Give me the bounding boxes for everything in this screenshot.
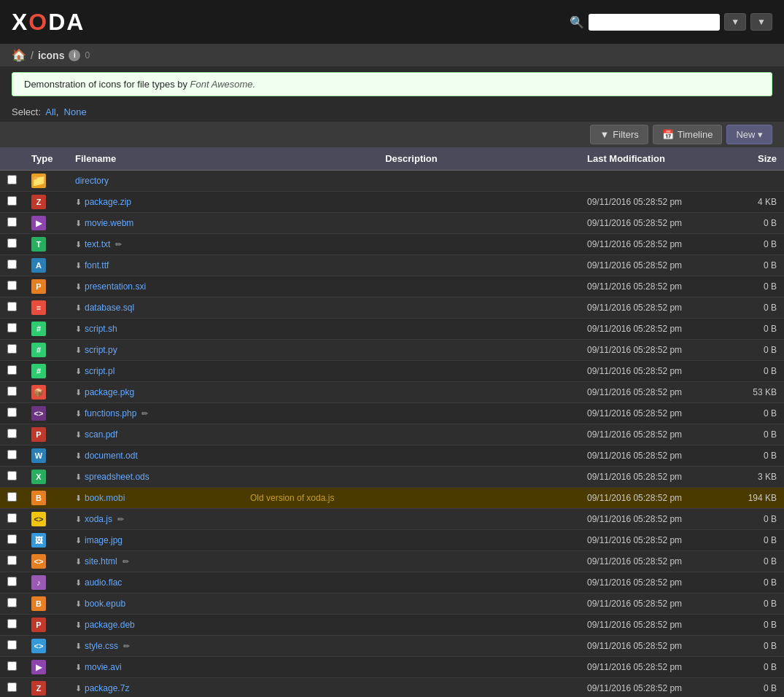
col-size[interactable]: Size: [726, 147, 784, 171]
row-checkbox-cell: [0, 551, 24, 572]
row-checkbox[interactable]: [7, 196, 17, 206]
filename-link[interactable]: presentation.sxi: [85, 281, 146, 292]
filename-link[interactable]: xoda.js: [85, 514, 112, 524]
user-menu-button[interactable]: ▼: [750, 13, 772, 31]
edit-icon[interactable]: ✏: [120, 557, 129, 566]
row-checkbox[interactable]: [7, 577, 17, 586]
row-filename-cell: ⬇font.ttf: [68, 255, 243, 276]
row-size-cell: 0 B: [726, 361, 784, 382]
file-type-icon: Z: [31, 195, 46, 209]
row-checkbox[interactable]: [7, 682, 17, 692]
filename-link[interactable]: script.pl: [85, 366, 115, 376]
filename-link[interactable]: package.pkg: [85, 387, 134, 397]
row-checkbox[interactable]: [7, 450, 17, 459]
table-row: #⬇script.pl09/11/2016 05:28:52 pm0 B: [0, 361, 784, 382]
filename-link[interactable]: database.sql: [85, 303, 134, 313]
row-checkbox[interactable]: [7, 217, 17, 227]
col-description[interactable]: Description: [243, 147, 580, 171]
row-checkbox[interactable]: [7, 408, 17, 417]
filename-link[interactable]: site.html: [85, 556, 117, 566]
row-checkbox[interactable]: [7, 513, 17, 523]
row-filename-cell: ⬇xoda.js ✏: [68, 509, 243, 530]
filename-link[interactable]: package.deb: [85, 620, 135, 630]
row-checkbox[interactable]: [7, 344, 17, 354]
demo-link[interactable]: Font Awesome.: [190, 79, 256, 90]
download-icon: ⬇: [75, 240, 82, 249]
filename-link[interactable]: package.zip: [85, 197, 131, 207]
filename-link[interactable]: scan.pdf: [85, 429, 117, 440]
row-checkbox[interactable]: [7, 640, 17, 650]
row-checkbox[interactable]: [7, 302, 17, 311]
filename-link[interactable]: functions.php: [85, 408, 136, 418]
download-icon: ⬇: [75, 409, 82, 418]
filename-link[interactable]: font.ttf: [85, 260, 109, 270]
select-none-link[interactable]: None: [64, 106, 87, 117]
info-icon[interactable]: i: [69, 50, 80, 61]
col-filename[interactable]: Filename: [68, 147, 243, 171]
search-input[interactable]: [589, 14, 720, 31]
filename-link[interactable]: book.epub: [85, 599, 125, 609]
row-filename-cell: ⬇functions.php ✏: [68, 403, 243, 424]
row-checkbox[interactable]: [7, 238, 17, 248]
row-checkbox[interactable]: [7, 471, 17, 480]
row-type-cell: ♪: [24, 572, 68, 593]
row-modified-cell: 09/11/2016 05:28:52 pm: [580, 382, 726, 403]
file-type-icon: P: [31, 279, 46, 294]
new-button[interactable]: New ▾: [726, 125, 772, 144]
row-checkbox[interactable]: [7, 281, 17, 290]
select-all-link[interactable]: All: [45, 106, 55, 117]
filters-button[interactable]: ▼ Filters: [590, 125, 648, 144]
filename-link[interactable]: movie.avi: [85, 662, 122, 672]
row-checkbox[interactable]: [7, 386, 17, 396]
row-checkbox[interactable]: [7, 556, 17, 565]
filename-link[interactable]: document.odt: [85, 451, 138, 461]
row-size-cell: 0 B: [726, 551, 784, 572]
filename-link[interactable]: script.py: [85, 345, 117, 355]
row-modified-cell: 09/11/2016 05:28:52 pm: [580, 593, 726, 615]
edit-icon[interactable]: ✏: [113, 240, 122, 249]
row-type-cell: W: [24, 445, 68, 467]
row-type-cell: Z: [24, 678, 68, 698]
row-checkbox-cell: [0, 530, 24, 551]
row-checkbox[interactable]: [7, 619, 17, 628]
filename-link[interactable]: image.jpg: [85, 535, 123, 545]
file-type-icon: X: [31, 470, 46, 484]
filename-link[interactable]: script.sh: [85, 324, 117, 334]
row-checkbox-cell: [0, 276, 24, 297]
row-checkbox[interactable]: [7, 365, 17, 375]
filename-link[interactable]: spreadsheet.ods: [85, 472, 150, 482]
row-checkbox[interactable]: [7, 661, 17, 671]
filename-link[interactable]: movie.webm: [85, 218, 133, 228]
filename-link[interactable]: style.css: [85, 641, 118, 651]
row-checkbox[interactable]: [7, 260, 17, 269]
row-checkbox[interactable]: [7, 598, 17, 607]
edit-icon[interactable]: ✏: [115, 515, 124, 523]
row-checkbox[interactable]: [7, 323, 17, 332]
filename-link[interactable]: package.7z: [85, 683, 129, 693]
row-filename-cell: ⬇movie.webm: [68, 213, 243, 234]
edit-icon[interactable]: ✏: [139, 409, 148, 418]
filename-link[interactable]: directory: [75, 176, 109, 186]
col-modified[interactable]: Last Modification: [580, 147, 726, 171]
search-dropdown-button[interactable]: ▼: [724, 13, 746, 31]
filename-link[interactable]: book.mobi: [85, 493, 125, 503]
row-modified-cell: 09/11/2016 05:28:52 pm: [580, 488, 726, 509]
timeline-button[interactable]: 📅 Timeline: [653, 125, 723, 144]
row-checkbox[interactable]: [7, 534, 17, 544]
home-icon[interactable]: 🏠: [12, 48, 26, 62]
row-checkbox[interactable]: [7, 175, 17, 184]
demo-text: Demonstration of icons for file types by: [24, 79, 190, 90]
row-checkbox[interactable]: [7, 492, 17, 502]
edit-icon[interactable]: ✏: [121, 642, 130, 650]
filename-link[interactable]: text.txt: [85, 239, 110, 249]
row-modified-cell: 09/11/2016 05:28:52 pm: [580, 340, 726, 361]
row-description-cell: [243, 192, 580, 213]
row-checkbox-cell: [0, 636, 24, 657]
col-type[interactable]: Type: [24, 147, 68, 171]
row-description-cell: [243, 255, 580, 276]
table-row: ♪⬇audio.flac09/11/2016 05:28:52 pm0 B: [0, 572, 784, 593]
row-checkbox[interactable]: [7, 429, 17, 438]
row-checkbox-cell: [0, 192, 24, 213]
row-description-cell: [243, 445, 580, 467]
filename-link[interactable]: audio.flac: [85, 577, 122, 588]
